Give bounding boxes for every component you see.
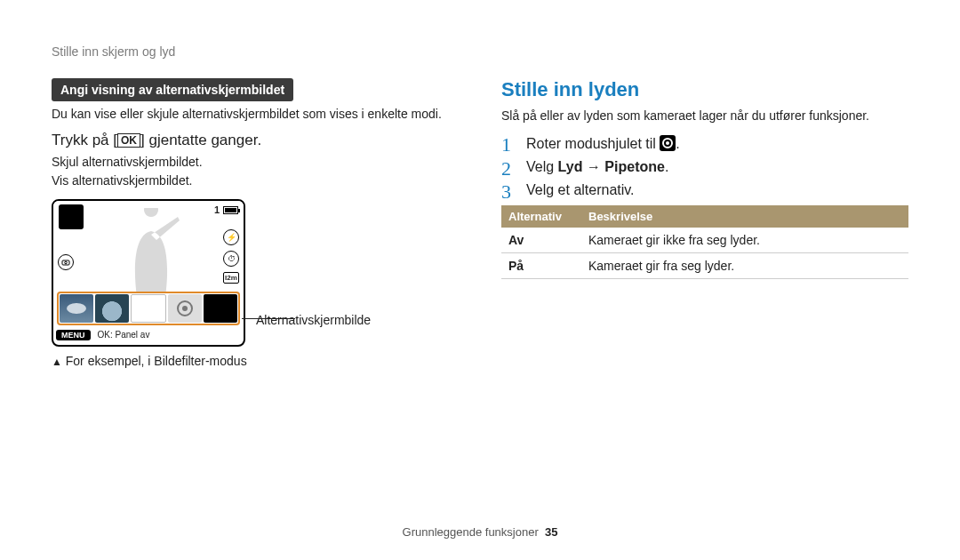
camera-small-icon <box>58 254 74 270</box>
step-3: Velg et alternativ. <box>501 182 908 198</box>
flash-icon: ⚡ <box>223 229 239 245</box>
filter-thumb-4 <box>168 294 202 323</box>
instr-post: ] gjentatte ganger. <box>140 132 261 148</box>
option-filmstrip <box>57 292 240 325</box>
filter-thumb-3 <box>131 294 166 323</box>
page-footer: Grunnleggende funksjoner 35 <box>0 525 960 539</box>
opt-key-0: Av <box>501 228 581 253</box>
opt-val-0: Kameraet gir ikke fra seg lyder. <box>581 228 908 253</box>
sound-intro: Slå på eller av lyden som kameraet lager… <box>501 108 908 123</box>
filter-thumb-1 <box>60 294 93 323</box>
sound-heading: Stille inn lyden <box>501 78 908 101</box>
page-number: 35 <box>545 525 557 539</box>
option-screen-intro: Du kan vise eller skjule alternativskjer… <box>52 107 459 121</box>
hide-option-screen-text: Skjul alternativskjermbildet. <box>52 153 459 172</box>
instr-pre: Trykk på [ <box>52 132 117 148</box>
filter-thumb-2 <box>95 294 129 323</box>
sound-options-table: Alternativ Beskrivelse Av Kameraet gir i… <box>501 205 908 279</box>
step1-pre: Roter modushjulet til <box>526 136 660 151</box>
battery-icon <box>223 206 238 214</box>
footer-section: Grunnleggende funksjoner <box>403 525 539 539</box>
step2-post: . <box>665 159 668 174</box>
press-ok-instruction: Trykk på [OK] gjentatte ganger. <box>52 132 459 149</box>
example-footnote: ▲ For eksempel, i Bildefilter-modus <box>52 354 459 368</box>
show-option-screen-text: Vis alternativskjermbildet. <box>52 172 459 190</box>
running-header: Stille inn skjerm og lyd <box>52 44 459 59</box>
option-screen-heading: Angi visning av alternativskjermbildet <box>52 78 293 101</box>
svg-point-1 <box>65 261 68 264</box>
settings-gear-icon <box>660 135 676 151</box>
step1-post: . <box>676 136 679 151</box>
th-beskrivelse: Beskrivelse <box>581 205 908 228</box>
step-2: Velg Lyd → Pipetone. <box>501 159 908 175</box>
ok-icon: OK <box>117 133 140 148</box>
arrow-right-icon: → <box>582 159 604 174</box>
option-screen-callout: Alternativskjermbilde <box>256 313 371 327</box>
th-alternativ: Alternativ <box>501 205 581 228</box>
menu-label: MENU <box>56 330 91 340</box>
camera-lcd-illustration: 1 ⚡ ⏱ I2m <box>52 199 245 347</box>
shot-count: 1 <box>214 204 220 215</box>
step2-lyd: Lyd <box>558 159 583 174</box>
panel-off-label: OK: Panel av <box>98 330 150 340</box>
opt-key-1: På <box>501 253 581 279</box>
person-silhouette-icon <box>107 208 196 297</box>
step-1: Roter modushjulet til . <box>501 135 908 152</box>
step2-pipetone: Pipetone <box>604 159 665 174</box>
mode-icon <box>59 204 84 229</box>
table-row: Av Kameraet gir ikke fra seg lyder. <box>501 228 908 253</box>
opt-val-1: Kameraet gir fra seg lyder. <box>581 253 908 279</box>
filter-thumb-5 <box>204 294 237 323</box>
resolution-icon: I2m <box>223 272 239 284</box>
timer-icon: ⏱ <box>223 251 239 267</box>
up-triangle-icon: ▲ <box>52 356 62 368</box>
footnote-text: For eksempel, i Bildefilter-modus <box>66 354 247 368</box>
table-row: På Kameraet gir fra seg lyder. <box>501 253 908 279</box>
step2-pre: Velg <box>526 159 558 174</box>
